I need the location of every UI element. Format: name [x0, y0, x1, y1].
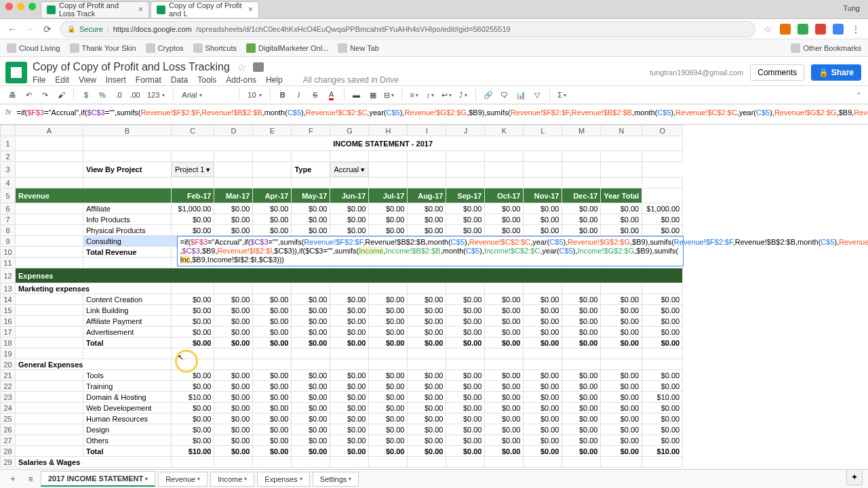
money-cell[interactable]: $0.00	[524, 446, 562, 457]
money-cell[interactable]: $0.00	[214, 338, 253, 348]
cell[interactable]	[16, 392, 83, 403]
row-header[interactable]: 12	[1, 268, 16, 283]
money-cell[interactable]: $0.00	[292, 316, 330, 327]
bookmark-star-icon[interactable]: ☆	[762, 24, 773, 35]
cell[interactable]	[601, 162, 642, 178]
marketing-label[interactable]: Marketing expenses	[16, 283, 172, 294]
cell[interactable]	[562, 283, 601, 294]
col-header[interactable]: I	[408, 125, 446, 136]
money-cell[interactable]: $0.00	[172, 424, 214, 435]
cell[interactable]	[16, 294, 83, 305]
cell[interactable]	[524, 178, 562, 188]
cell[interactable]	[214, 283, 253, 294]
money-cell[interactable]: $0.00	[524, 413, 562, 424]
row-header[interactable]: 24	[1, 403, 16, 413]
money-cell[interactable]: $0.00	[446, 370, 485, 381]
maximize-window[interactable]	[28, 3, 36, 10]
money-cell[interactable]: $0.00	[253, 214, 292, 225]
cell[interactable]	[642, 359, 683, 370]
money-cell[interactable]: $0.00	[562, 294, 601, 305]
money-cell[interactable]: $0.00	[408, 305, 446, 316]
cell[interactable]	[601, 178, 642, 188]
explore-button[interactable]: ✦	[846, 469, 863, 485]
money-cell[interactable]: $0.00	[524, 381, 562, 392]
revenue-header[interactable]: Revenue	[16, 188, 172, 203]
cell[interactable]	[172, 457, 214, 468]
cell[interactable]	[214, 178, 253, 188]
row-header[interactable]: 16	[1, 316, 16, 327]
money-cell[interactable]: $0.00	[642, 327, 683, 338]
cell[interactable]	[16, 403, 83, 413]
cell[interactable]	[369, 162, 408, 178]
paint-format-icon[interactable]: 🖌	[54, 88, 68, 102]
money-cell[interactable]: $0.00	[172, 327, 214, 338]
cell[interactable]	[485, 457, 524, 468]
money-cell[interactable]: $0.00	[485, 403, 524, 413]
money-cell[interactable]: $0.00	[330, 392, 369, 403]
money-cell[interactable]: $0.00	[330, 446, 369, 457]
row-header[interactable]: 29	[1, 457, 16, 468]
cell[interactable]	[292, 283, 330, 294]
money-cell[interactable]: $0.00	[601, 327, 642, 338]
cell[interactable]	[642, 188, 683, 203]
money-cell[interactable]: $0.00	[172, 403, 214, 413]
cell[interactable]	[330, 283, 369, 294]
cell[interactable]	[214, 162, 253, 178]
cell[interactable]	[408, 348, 446, 359]
money-cell[interactable]: $0.00	[642, 424, 683, 435]
cell[interactable]	[524, 457, 562, 468]
money-cell[interactable]: $0.00	[330, 203, 369, 214]
menu-tools[interactable]: Tools	[197, 75, 216, 85]
money-cell[interactable]: $0.00	[253, 381, 292, 392]
halign-icon[interactable]: ≡▾	[408, 88, 421, 102]
cell[interactable]	[214, 457, 253, 468]
cell[interactable]	[485, 162, 524, 178]
row-header[interactable]: 4	[1, 178, 16, 188]
money-cell[interactable]: $0.00	[214, 403, 253, 413]
cell[interactable]	[253, 359, 292, 370]
cell[interactable]	[16, 236, 83, 247]
col-header[interactable]: K	[485, 125, 524, 136]
money-cell[interactable]: $0.00	[330, 316, 369, 327]
money-cell[interactable]: $0.00	[292, 305, 330, 316]
col-header[interactable]: J	[446, 125, 485, 136]
cell[interactable]	[253, 151, 292, 162]
money-cell[interactable]: $0.00	[524, 424, 562, 435]
money-cell[interactable]: $0.00	[214, 370, 253, 381]
money-cell[interactable]: $0.00	[642, 338, 683, 348]
money-cell[interactable]: $0.00	[562, 338, 601, 348]
money-cell[interactable]: $0.00	[601, 305, 642, 316]
comments-button[interactable]: Comments	[750, 64, 804, 81]
cell[interactable]	[408, 162, 446, 178]
money-cell[interactable]: $0.00	[485, 316, 524, 327]
print-icon[interactable]: 🖶	[5, 88, 19, 102]
formula-text[interactable]: =if($F$3="Accrual",if($C$3="",sumifs(Rev…	[17, 106, 868, 117]
expenses-header[interactable]: Expenses	[16, 268, 683, 283]
money-cell[interactable]: $0.00	[601, 468, 642, 468]
text-color-icon[interactable]: A	[325, 88, 338, 102]
undo-icon[interactable]: ↶	[22, 88, 35, 102]
money-cell[interactable]: $0.00	[524, 305, 562, 316]
cell[interactable]	[485, 283, 524, 294]
cell[interactable]	[601, 151, 642, 162]
col-header[interactable]: E	[253, 125, 292, 136]
close-tab-icon[interactable]: ×	[248, 5, 253, 14]
month-header[interactable]: Year Total	[601, 188, 642, 203]
cell[interactable]	[446, 348, 485, 359]
row-header[interactable]: 1	[1, 136, 16, 151]
money-cell[interactable]: $0.00	[642, 305, 683, 316]
money-cell[interactable]: $0.00	[524, 403, 562, 413]
col-header[interactable]: F	[292, 125, 330, 136]
money-cell[interactable]: $0.00	[601, 424, 642, 435]
money-cell[interactable]: $0.00	[172, 413, 214, 424]
cell[interactable]	[446, 162, 485, 178]
expand-toolbar-icon[interactable]: ⌃	[856, 92, 861, 99]
row-label[interactable]: Affiliate	[83, 203, 172, 214]
cell[interactable]	[601, 359, 642, 370]
money-cell[interactable]: $0.00	[253, 446, 292, 457]
row-header[interactable]: 23	[1, 392, 16, 403]
month-header[interactable]: Dec-17	[562, 188, 601, 203]
money-cell[interactable]: $0.00	[253, 403, 292, 413]
money-cell[interactable]: $0.00	[172, 435, 214, 446]
money-cell[interactable]: $0.00	[408, 214, 446, 225]
